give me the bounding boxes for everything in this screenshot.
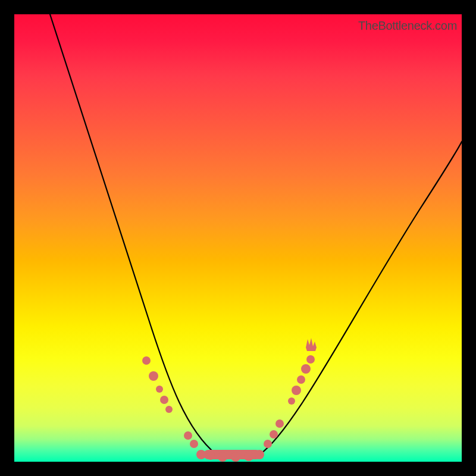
chart-frame: TheBottleneck.com xyxy=(14,14,462,462)
plot-gradient-background xyxy=(14,14,462,462)
watermark-text: TheBottleneck.com xyxy=(358,19,457,33)
